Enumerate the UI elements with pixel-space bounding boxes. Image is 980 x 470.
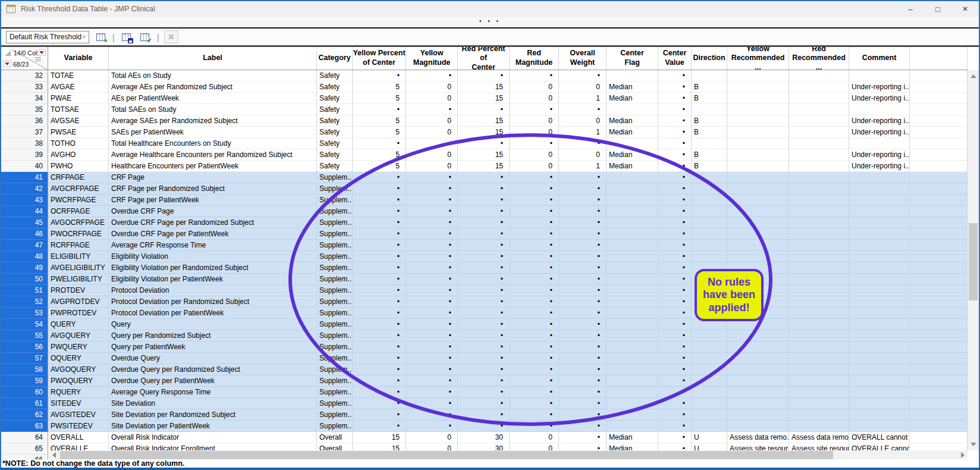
- cell-direction[interactable]: [692, 172, 727, 183]
- cell-variable[interactable]: RCRFPAGE: [48, 240, 109, 251]
- cell-category[interactable]: Safety: [317, 115, 353, 127]
- cell-red_percent[interactable]: •: [458, 421, 510, 432]
- cell-direction[interactable]: [692, 296, 727, 308]
- cell-variable[interactable]: PWAE: [48, 93, 109, 104]
- cell-direction[interactable]: [692, 353, 727, 364]
- cell-overall_weight[interactable]: •: [559, 409, 607, 421]
- cell-label[interactable]: Site Deviation per Randomized Subject: [109, 409, 317, 421]
- cell-label[interactable]: Protocol Deviation: [109, 285, 317, 296]
- cell-yellow_magnitude[interactable]: •: [406, 240, 458, 251]
- cell-category[interactable]: Supplem...: [317, 285, 353, 296]
- apply-table-button[interactable]: ✓: [138, 30, 152, 43]
- cell-overall_weight[interactable]: •: [559, 375, 607, 387]
- cell-center_value[interactable]: •: [658, 319, 692, 330]
- cell-red_magnitude[interactable]: 0: [510, 161, 559, 172]
- cell-yellow_recommended[interactable]: [727, 319, 789, 330]
- cell-variable[interactable]: CRFPAGE: [48, 172, 109, 183]
- cell-center_flag[interactable]: [607, 296, 658, 308]
- cell-variable[interactable]: AVGQUERY: [48, 330, 109, 341]
- cell-center_flag[interactable]: [607, 353, 658, 364]
- cell-yellow_recommended[interactable]: [727, 82, 789, 93]
- cell-red_magnitude[interactable]: •: [510, 296, 559, 308]
- cell-label[interactable]: Protocol Deviation per Randomized Subjec…: [109, 296, 317, 308]
- cell-center_flag[interactable]: Median: [607, 93, 658, 104]
- column-header-red_percent[interactable]: Red Percent of Center: [458, 47, 510, 70]
- cell-center_flag[interactable]: Median: [607, 432, 658, 443]
- cell-red_recommended[interactable]: [789, 240, 849, 251]
- cell-direction[interactable]: [692, 364, 727, 375]
- cell-overall_weight[interactable]: •: [559, 206, 607, 217]
- cell-center_flag[interactable]: [607, 251, 658, 262]
- cell-category[interactable]: Supplem...: [317, 398, 353, 409]
- cell-extra[interactable]: [910, 375, 968, 387]
- cell-label[interactable]: Average SAEs per Randomized Subject: [109, 115, 317, 127]
- cell-yellow_percent[interactable]: •: [353, 375, 406, 387]
- cell-comment[interactable]: [849, 195, 910, 206]
- cell-yellow_recommended[interactable]: [727, 409, 789, 421]
- cell-comment[interactable]: [849, 206, 910, 217]
- cell-variable[interactable]: AVGOQUERY: [48, 364, 109, 375]
- cell-comment[interactable]: [849, 353, 910, 364]
- cell-extra[interactable]: [910, 364, 968, 375]
- cell-red_magnitude[interactable]: •: [510, 274, 559, 285]
- cell-comment[interactable]: [849, 228, 910, 240]
- cell-red_percent[interactable]: 30: [458, 432, 510, 443]
- cell-red_recommended[interactable]: [789, 251, 849, 262]
- row-number[interactable]: 36: [1, 115, 48, 127]
- cell-center_value[interactable]: •: [658, 364, 692, 375]
- cell-category[interactable]: Safety: [317, 161, 353, 172]
- cell-center_value[interactable]: •: [658, 285, 692, 296]
- cell-red_percent[interactable]: 15: [458, 149, 510, 161]
- cell-overall_weight[interactable]: 1: [559, 161, 607, 172]
- cell-center_value[interactable]: •: [658, 217, 692, 228]
- cell-overall_weight[interactable]: •: [559, 217, 607, 228]
- cell-center_value[interactable]: •: [658, 308, 692, 319]
- cell-center_flag[interactable]: [607, 195, 658, 206]
- cell-category[interactable]: Supplem...: [317, 421, 353, 432]
- cell-direction[interactable]: [692, 398, 727, 409]
- cell-extra[interactable]: [910, 206, 968, 217]
- cell-center_value[interactable]: •: [658, 432, 692, 443]
- cell-overall_weight[interactable]: •: [559, 240, 607, 251]
- cell-yellow_recommended[interactable]: [727, 421, 789, 432]
- cell-center_value[interactable]: •: [658, 240, 692, 251]
- row-number[interactable]: 32: [1, 70, 48, 82]
- cell-overall_weight[interactable]: •: [559, 172, 607, 183]
- cell-center_value[interactable]: •: [658, 387, 692, 398]
- vertical-scrollbar-thumb[interactable]: [969, 223, 978, 300]
- scroll-right-icon[interactable]: [961, 452, 965, 458]
- cell-yellow_percent[interactable]: •: [353, 330, 406, 341]
- cell-yellow_percent[interactable]: •: [353, 70, 406, 82]
- cell-comment[interactable]: Under-reporting i...: [849, 82, 910, 93]
- cell-yellow_recommended[interactable]: [727, 161, 789, 172]
- cell-center_flag[interactable]: [607, 387, 658, 398]
- cell-label[interactable]: CRF Page per PatientWeek: [109, 195, 317, 206]
- cell-extra[interactable]: [910, 330, 968, 341]
- cell-red_magnitude[interactable]: 0: [510, 93, 559, 104]
- cell-label[interactable]: Protocol Deviation per PatientWeek: [109, 308, 317, 319]
- cell-red_recommended[interactable]: [789, 285, 849, 296]
- cell-red_magnitude[interactable]: 0: [510, 149, 559, 161]
- row-number[interactable]: 58: [1, 364, 48, 375]
- cell-center_flag[interactable]: [607, 70, 658, 82]
- cell-yellow_recommended[interactable]: [727, 206, 789, 217]
- cell-yellow_magnitude[interactable]: •: [406, 375, 458, 387]
- cell-red_magnitude[interactable]: •: [510, 387, 559, 398]
- cell-label[interactable]: Overdue Query per PatientWeek: [109, 375, 317, 387]
- row-number[interactable]: 49: [1, 262, 48, 274]
- cell-red_magnitude[interactable]: •: [510, 172, 559, 183]
- cell-red_recommended[interactable]: [789, 127, 849, 138]
- cell-direction[interactable]: [692, 319, 727, 330]
- cell-overall_weight[interactable]: •: [559, 70, 607, 82]
- cell-label[interactable]: Query: [109, 319, 317, 330]
- new-version-button[interactable]: +: [93, 30, 108, 43]
- cell-yellow_recommended[interactable]: [727, 341, 789, 353]
- minimize-button[interactable]: –: [897, 1, 924, 17]
- cell-direction[interactable]: [692, 183, 727, 195]
- cell-direction[interactable]: [692, 70, 727, 82]
- cell-yellow_percent[interactable]: •: [353, 262, 406, 274]
- cell-label[interactable]: SAEs per PatientWeek: [109, 127, 317, 138]
- cell-center_value[interactable]: •: [658, 228, 692, 240]
- cell-variable[interactable]: PWOCRFPAGE: [48, 228, 109, 240]
- cell-yellow_recommended[interactable]: [727, 251, 789, 262]
